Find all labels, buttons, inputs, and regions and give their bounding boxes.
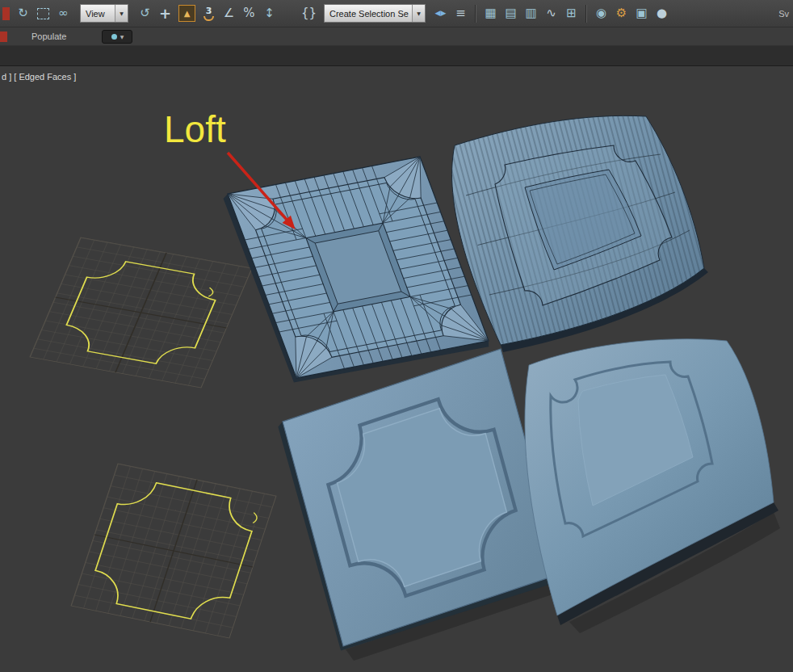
named-selection-set-dropdown[interactable]: Create Selection Se ▼ <box>324 4 426 23</box>
select-and-rotate-icon[interactable]: ↺ <box>136 4 154 23</box>
select-and-move-icon[interactable]: + <box>156 4 174 23</box>
snap-3d-glyph: 3 <box>203 6 214 21</box>
edit-named-selection-sets-icon[interactable]: {} <box>300 4 318 23</box>
collapsed-ribbon-strip[interactable] <box>0 46 793 66</box>
populate-caret-icon: ▼ <box>120 34 124 40</box>
render-setup-icon[interactable]: ⚙ <box>612 4 631 23</box>
rendered-frame-window-icon[interactable]: ▣ <box>632 4 651 23</box>
align-icon[interactable]: ≡ <box>451 4 470 23</box>
spline-grid-2[interactable] <box>71 464 276 638</box>
curve-editor-icon[interactable]: ∿ <box>542 4 560 23</box>
populate-dot-icon <box>111 34 117 40</box>
loft-panel-curved-smooth[interactable] <box>525 339 780 633</box>
named-selection-set-value: Create Selection Se <box>325 9 412 19</box>
clipped-left-icon-2[interactable] <box>0 32 7 42</box>
secondary-toolbar: Populate ▼ <box>0 27 793 46</box>
graphite-ribbon-icon[interactable]: ▤ <box>501 4 520 23</box>
layer-manager-icon[interactable]: ▦ <box>481 4 500 23</box>
material-editor-icon[interactable]: ◉ <box>592 4 610 23</box>
viewport-canvas[interactable]: Loft <box>0 66 793 672</box>
angle-snap-icon[interactable]: ∠ <box>220 4 238 23</box>
snap-3d-toggle-icon[interactable]: 3 <box>199 4 218 23</box>
view-dropdown[interactable]: View ▼ <box>80 4 128 23</box>
clipped-left-icon[interactable] <box>2 7 10 20</box>
named-selection-set-caret-icon[interactable]: ▼ <box>412 5 425 22</box>
loft-panel-flat-smooth[interactable] <box>277 349 563 655</box>
selection-region-icon[interactable] <box>34 4 52 23</box>
percent-snap-icon[interactable]: % <box>240 4 258 23</box>
spline-grid-1[interactable] <box>30 237 252 388</box>
loft-panel-curved-wireframe[interactable] <box>452 116 708 352</box>
view-dropdown-value: View <box>81 9 115 19</box>
populate-tab[interactable]: Populate <box>31 32 66 41</box>
select-and-link-icon[interactable]: ∞ <box>54 4 73 23</box>
render-production-icon[interactable]: ● <box>652 4 671 23</box>
redo-icon[interactable]: ↻ <box>14 4 32 23</box>
view-dropdown-caret-icon[interactable]: ▼ <box>115 5 128 22</box>
mirror-icon[interactable]: ◀▶ <box>431 4 450 23</box>
viewport-shading-label[interactable]: d ] [ Edged Faces ] <box>2 72 76 82</box>
selection-region-glyph <box>37 8 49 19</box>
toolbar-separator <box>585 5 587 23</box>
viewport[interactable]: d ] [ Edged Faces ] <box>0 66 793 672</box>
spinner-snap-icon[interactable]: ↕ <box>260 4 279 23</box>
main-toolbar: ↻ ∞ View ▼ ↺ + ▲ 3 ∠ % ↕ {} Create Selec… <box>0 0 793 27</box>
select-and-place-icon[interactable]: ▲ <box>178 5 195 22</box>
toolbar-separator <box>475 5 476 23</box>
schematic-view-icon[interactable]: ⊞ <box>562 4 581 23</box>
populate-flyout-button[interactable]: ▼ <box>102 30 132 44</box>
snap-3d-number: 3 <box>206 6 212 15</box>
magnet-icon <box>203 16 214 21</box>
scene-explorer-icon[interactable]: ▥ <box>522 4 540 23</box>
clipped-right-label: Sv <box>778 9 791 19</box>
loft-annotation: Loft <box>164 108 226 150</box>
